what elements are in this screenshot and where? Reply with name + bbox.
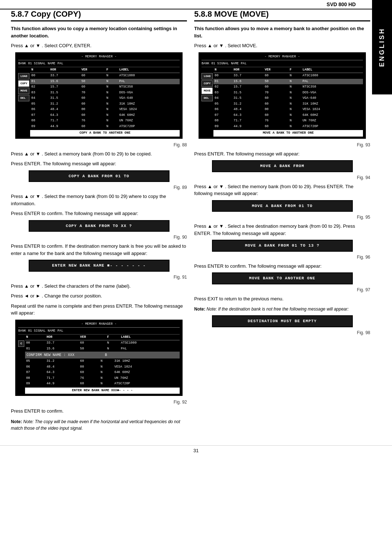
fig88-bottom-bar: COPY A BANK TO ANOTHER ONE bbox=[30, 130, 180, 137]
fig94-label: Fig. 94 bbox=[194, 174, 370, 181]
fig93-display: - MEMORY MANAGER - BANK 01 SIGNAL NAME P… bbox=[199, 52, 366, 139]
fig89-banner: COPY A BANK FROM 01 TO bbox=[29, 170, 170, 182]
fig92-bottom-bar: ENTER NEW BANK NAME XXX■- - - - bbox=[25, 388, 180, 394]
move-section-title: 5.8.8 MOVE (MOVE) bbox=[194, 9, 370, 21]
table-row: 0871.776NUN 76HZ bbox=[30, 118, 180, 124]
del-btn-r[interactable]: DEL bbox=[201, 95, 213, 101]
fig93-label: Fig. 93 bbox=[194, 142, 370, 148]
fig88-bank-row: BANK 01 SIGNAL NAME PAL bbox=[18, 61, 180, 67]
copy-note-italic: Note: The copy will be made even if the … bbox=[11, 419, 180, 431]
load-btn[interactable]: LOAD bbox=[18, 73, 29, 80]
table-row: 0648.400NVESA 1024 bbox=[25, 364, 180, 370]
copy-section: 5.8.7 Copy (COPY) This function allows y… bbox=[11, 9, 187, 434]
copy-step7: Press ▲ or ▼ . Select the characters of … bbox=[11, 283, 187, 290]
fig92-display: - MEMORY MANAGER - BANK 01 SIGNAL NAME P… bbox=[15, 320, 183, 396]
copy-step8: Press ◄ or ► . Change the cursor positio… bbox=[11, 292, 187, 300]
fig93-bank-row: BANK 01 SIGNAL NAME PAL bbox=[201, 61, 363, 67]
fig92-table-bottom: 0531.260N31K 10HZ 0648.400NVESA 1024 076… bbox=[25, 358, 180, 387]
main-content: 5.8.7 Copy (COPY) This function allows y… bbox=[0, 9, 392, 442]
copy-step2: Press ▲ or ▼ . Select a memory bank (fro… bbox=[11, 150, 187, 158]
fig92-table: N HOR VER F LABEL 0033.760NATSC1080 0115… bbox=[25, 335, 180, 352]
fig97-label: Fig. 97 bbox=[194, 287, 370, 293]
copy-step4: Press ▲ or ▼ . Select the memory bank (f… bbox=[11, 193, 187, 207]
fig92-mm-title: - MEMORY MANAGER - bbox=[18, 322, 180, 328]
move-step2: Press ENTER. The following message will … bbox=[194, 150, 370, 158]
move-section: 5.8.8 MOVE (MOVE) This function allows y… bbox=[194, 9, 370, 434]
table-row: 0033.760NATSC1080 bbox=[25, 340, 180, 346]
move-btn-r[interactable]: MOVE bbox=[201, 88, 213, 94]
table-row: 0648.400NVESA 1024 bbox=[213, 107, 363, 113]
fig95-label: Fig. 95 bbox=[194, 214, 370, 220]
copy-note: Note: Note: The copy will be made even i… bbox=[11, 418, 187, 432]
fig91-banner: ENTER NEW BANK NAME ■- - - - - - - bbox=[29, 260, 170, 272]
copy-section-title: 5.8.7 Copy (COPY) bbox=[11, 9, 187, 21]
table-row: 0944.960NATSC720P bbox=[25, 381, 180, 387]
table-row: 0944.960NATSC720P bbox=[30, 124, 180, 130]
copy-note-bold: Note: bbox=[11, 419, 22, 424]
load-btn-r[interactable]: LOAD bbox=[201, 73, 213, 80]
page-number: 31 bbox=[0, 445, 392, 453]
move-step5: Press ENTER to confirm. The following me… bbox=[194, 263, 370, 270]
table-row: 0115.650NPAL bbox=[25, 346, 180, 352]
fig97-banner: MOVE BANK TO ANOTHER ONE bbox=[212, 272, 353, 284]
fig96-label: Fig. 96 bbox=[194, 254, 370, 260]
copy-section-body: This function allows you to copy a memor… bbox=[11, 25, 187, 432]
fig90-label: Fig. 90 bbox=[11, 234, 187, 240]
document-title: SVD 800 HD bbox=[327, 1, 356, 7]
table-row: 0431.560NVGA-640 bbox=[30, 96, 180, 101]
fig90-banner: COPY A BANK FROM TO XX ? bbox=[29, 220, 170, 232]
side-language-tab: ENGLISH bbox=[372, 0, 392, 94]
move-step1: Press ▲ or ▼ . Select MOVE. bbox=[194, 42, 370, 49]
copy-step10: Press ENTER to confirm. bbox=[11, 408, 187, 415]
copy-step3: Press ENTER. The following message will … bbox=[11, 160, 187, 167]
table-row: 0431.560NVGA-640 bbox=[213, 96, 363, 101]
table-row: 0531.260N31K 10HZ bbox=[213, 101, 363, 107]
table-row: 0033.760NATSC1080 bbox=[30, 73, 180, 79]
move-section-body: This function allows you to move a memor… bbox=[194, 25, 370, 336]
table-row: 0531.260N31K 10HZ bbox=[30, 101, 180, 107]
fig93-bottom-bar: MOVE A BANK TO ANOTHER ONE bbox=[213, 130, 363, 137]
fig93-mm-title: - MEMORY MANAGER - bbox=[201, 54, 363, 61]
move-btn[interactable]: MOVE bbox=[18, 88, 29, 94]
table-row: 0648.400NVESA 1024 bbox=[30, 107, 180, 113]
move-note-bold: Note: bbox=[194, 307, 205, 312]
fig88-display: - MEMORY MANAGER - BANK 01 SIGNAL NAME P… bbox=[15, 52, 183, 139]
table-row: 0531.260N31K 10HZ bbox=[25, 358, 180, 364]
copy-step9: Repeat until the name is complete and th… bbox=[11, 303, 187, 317]
fig88-mm-title: - MEMORY MANAGER - bbox=[18, 54, 180, 61]
fig93-table: N HOR VER F LABEL 0033.760NATSC1080 0115… bbox=[213, 67, 363, 130]
copy-step5: Press ENTER to confirm. The following me… bbox=[11, 210, 187, 217]
table-row: 0871.776NUN 76HZ bbox=[25, 376, 180, 381]
del-btn[interactable]: DEL bbox=[18, 95, 29, 101]
table-row: 0944.960NATSC720P bbox=[213, 124, 363, 130]
copy-btn2[interactable]: C bbox=[18, 340, 24, 347]
table-row: 0764.360N64K 60HZ bbox=[213, 113, 363, 118]
fig98-label: Fig. 98 bbox=[194, 329, 370, 336]
move-step3: Press ▲ or ▼ . Select the memory bank (f… bbox=[194, 183, 370, 197]
table-row: 0215.760NNTSC358 bbox=[30, 84, 180, 90]
move-note-italic: Note: If the destination bank is not fre… bbox=[207, 307, 349, 312]
fig92-confirm-row: CONFIRM NEW NAME : XXX B bbox=[25, 352, 180, 358]
table-row: 0115.650NPAL bbox=[213, 79, 363, 85]
table-row: 0764.360N64K 60HZ bbox=[30, 113, 180, 118]
table-row: 0331.570NDOS-VGA bbox=[30, 90, 180, 96]
copy-intro: This function allows you to copy a memor… bbox=[11, 26, 177, 39]
fig92-label: Fig. 92 bbox=[11, 399, 187, 405]
top-bar: SVD 800 HD bbox=[0, 0, 392, 9]
fig88-label: Fig. 88 bbox=[11, 142, 187, 148]
move-intro: This function allows you to move a memor… bbox=[194, 26, 364, 39]
fig94-banner: MOVE A BANK FROM bbox=[212, 160, 353, 172]
fig92-bank-row: BANK 01 SIGNAL NAME PAL bbox=[18, 328, 180, 335]
fig91-label: Fig. 91 bbox=[11, 274, 187, 280]
table-row: 0764.360N64K 60HZ bbox=[25, 370, 180, 376]
copy-step6: Press ENTER to confirm. If the destinati… bbox=[11, 243, 187, 257]
copy-btn[interactable]: COPY bbox=[18, 80, 29, 87]
move-step6: Press EXIT to return to the previous men… bbox=[194, 295, 370, 303]
fig96-banner: MOVE A BANK FROM 01 TO 13 ? bbox=[212, 240, 353, 252]
table-row: 0033.760NATSC1080 bbox=[213, 73, 363, 79]
copy-btn-r[interactable]: COPY bbox=[201, 80, 213, 87]
fig88-table: N HOR VER F LABEL 0033.760NATSC1080 0115… bbox=[30, 67, 180, 130]
move-step4: Press ▲ or ▼ . Select a free destination… bbox=[194, 223, 370, 237]
copy-step1: Press ▲ or ▼ . Select COPY, ENTER. bbox=[11, 42, 187, 49]
table-row: 0871.776NUN 76HZ bbox=[213, 118, 363, 124]
